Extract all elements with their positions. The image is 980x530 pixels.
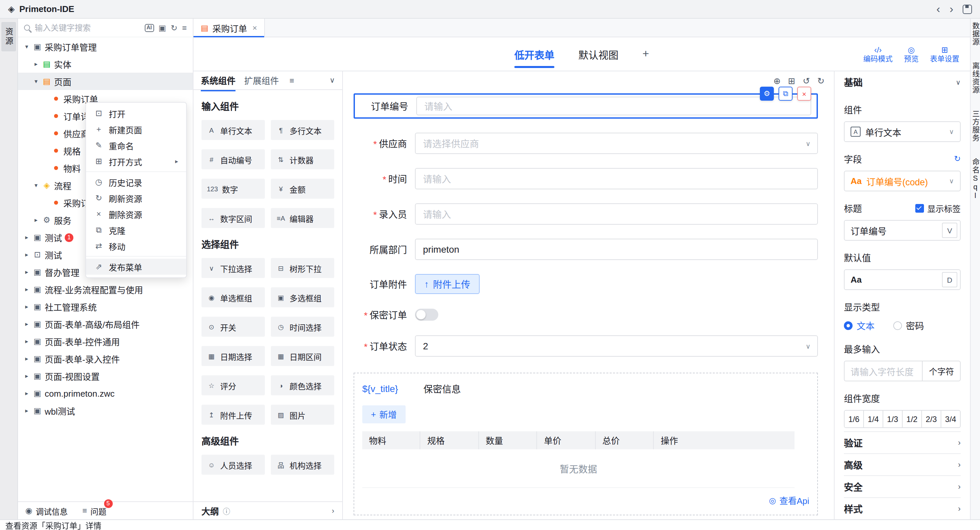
subform-tab-vtitle[interactable]: ${v_title} [362, 383, 398, 394]
caption-variable-button[interactable]: V [942, 223, 957, 238]
form-field-row[interactable]: *录入员请输入 [353, 203, 818, 225]
settings-gear-button[interactable]: ⚙ [760, 87, 774, 101]
context-menu-item[interactable]: ◷历史记录 [86, 174, 186, 190]
tree-item[interactable]: ▸▣wbl测试 [18, 402, 193, 419]
refresh-icon[interactable]: ↻ [171, 24, 177, 32]
props-collapsed-section[interactable]: 安全› [844, 475, 961, 497]
text-input[interactable]: 请输入 [415, 203, 818, 225]
chevron-right-icon[interactable]: ▸ [31, 217, 41, 223]
outline-bar[interactable]: 大纲 ⓘ › [194, 501, 342, 519]
nav-back-icon[interactable]: ‹ [936, 4, 940, 14]
debug-info-button[interactable]: ◉ 调试信息 [25, 505, 68, 516]
context-menu-item[interactable]: ⇗发布菜单 [86, 259, 186, 275]
palette-item[interactable]: ▦日期区间 [271, 346, 334, 366]
props-collapsed-section[interactable]: 验证› [844, 431, 961, 453]
form-field-row[interactable]: 订单编号请输入⚙⧉× [353, 93, 818, 119]
select-input[interactable]: 请选择供应商∨ [415, 133, 818, 154]
palette-item[interactable]: A单行文本 [202, 120, 265, 140]
palette-collapse-icon[interactable]: ∨ [329, 76, 335, 85]
tree-item[interactable]: ▸▣页面-表单-录入控件 [18, 350, 193, 367]
tree-item[interactable]: ▾▤页面 [18, 73, 193, 90]
palette-item[interactable]: ⇅计数器 [271, 149, 334, 169]
context-menu-item[interactable]: ×删除资源 [86, 206, 186, 222]
chevron-right-icon[interactable]: ▸ [22, 251, 31, 258]
max-length-input[interactable]: 请输入字符长度 [844, 361, 922, 381]
upload-button[interactable]: ↑附件上传 [415, 274, 480, 294]
tree-item[interactable]: ▾▣采购订单管理 [18, 38, 193, 56]
display-type-radio[interactable]: 文本 [844, 319, 875, 332]
search-input[interactable] [35, 23, 140, 32]
text-input[interactable]: primeton [415, 239, 818, 260]
width-option[interactable]: 3/4 [941, 410, 961, 428]
view-tab[interactable]: 低开表单 [514, 47, 554, 61]
sync-field-icon[interactable]: ↻ [954, 154, 961, 163]
default-value-input[interactable]: Aa D [844, 269, 961, 290]
properties-header[interactable]: 基础 ∨ [844, 71, 961, 93]
palette-item[interactable]: ▨图片 [271, 405, 334, 425]
palette-item[interactable]: ∨下拉选择 [202, 258, 265, 278]
chevron-down-icon[interactable]: ▾ [22, 43, 31, 50]
right-rail-tab[interactable]: 命名Sql [970, 158, 980, 200]
context-menu-item[interactable]: +新建页面 [86, 121, 186, 137]
package-filter-icon[interactable]: ▣ [158, 24, 166, 32]
chevron-right-icon[interactable]: ▸ [22, 234, 31, 241]
form-field-row[interactable]: 所属部门primeton [353, 239, 818, 260]
form-field-row[interactable]: *供应商请选择供应商∨ [353, 133, 818, 154]
tree-item[interactable]: ▸▣页面-表单-高级/布局组件 [18, 315, 193, 333]
text-input[interactable]: 请输入 [416, 97, 811, 115]
width-option[interactable]: 1/6 [844, 410, 864, 428]
palette-item[interactable]: ⊙开关 [202, 317, 265, 336]
palette-item[interactable]: ◑颜色选择 [271, 375, 334, 395]
context-menu-item[interactable]: ✎重命名 [86, 137, 186, 153]
chevron-right-icon[interactable]: ▸ [22, 321, 31, 327]
palette-item[interactable]: ◉单选框组 [202, 287, 265, 307]
form-field-row[interactable]: *时间请输入 [353, 168, 818, 189]
collapse-all-icon[interactable]: ≡ [182, 24, 187, 32]
right-rail-tab[interactable]: 数据源 [970, 22, 980, 46]
palette-item[interactable]: ☺人员选择 [202, 455, 265, 474]
chevron-down-icon[interactable]: ▾ [31, 78, 41, 85]
palette-item[interactable]: ☆评分 [202, 375, 265, 395]
action-code-mode[interactable]: ‹/›编码模式 [863, 45, 892, 63]
chevron-right-icon[interactable]: ▸ [22, 269, 31, 275]
chevron-right-icon[interactable]: ▸ [22, 390, 31, 397]
right-rail-tab[interactable]: 离线资源 [970, 62, 980, 94]
chevron-right-icon[interactable]: ▸ [31, 61, 41, 67]
text-input[interactable]: 请输入 [415, 168, 818, 189]
width-option[interactable]: 1/2 [903, 410, 922, 428]
props-collapsed-section[interactable]: 高级› [844, 453, 961, 475]
context-menu-item[interactable]: ⊡打开 [86, 105, 186, 121]
palette-item[interactable]: ◷时间选择 [271, 317, 334, 336]
caption-input[interactable]: 订单编号 V [844, 220, 961, 241]
context-menu-item[interactable]: ⇄移动 [86, 238, 186, 254]
context-menu-item[interactable]: ↻刷新资源 [86, 190, 186, 206]
palette-item[interactable]: ▣多选框组 [271, 287, 334, 307]
add-row-button[interactable]: + 新增 [362, 405, 405, 423]
palette-item[interactable]: ↔数字区间 [202, 208, 265, 228]
globe-icon[interactable]: ⊕ [773, 76, 781, 86]
tree-item[interactable]: ▸▣com.primeton.zwc [18, 385, 193, 402]
tree-item[interactable]: ▸▣页面-视图设置 [18, 367, 193, 385]
form-field-row[interactable]: *保密订单 [353, 308, 818, 321]
show-label-checkbox[interactable]: 显示标签 [915, 202, 961, 214]
palette-item[interactable]: ⊟树形下拉 [271, 258, 334, 278]
action-form-settings[interactable]: ⊞表单设置 [930, 45, 959, 63]
palette-item[interactable]: ≡A编辑器 [271, 208, 334, 228]
copy-button[interactable]: ⧉ [778, 87, 792, 101]
chevron-right-icon[interactable]: ▸ [22, 407, 31, 414]
view-tab[interactable]: 默认视图 [578, 47, 619, 61]
palette-item[interactable]: 品机构选择 [271, 455, 334, 474]
palette-item[interactable]: ▦日期选择 [202, 346, 265, 366]
problems-button[interactable]: ≡ 问题 5 [83, 505, 107, 516]
undo-icon[interactable]: ↺ [803, 76, 810, 86]
ai-search-icon[interactable]: AI [145, 24, 154, 32]
toggle-switch[interactable] [415, 309, 438, 321]
tree-item[interactable]: ▸▤实体 [18, 56, 193, 73]
context-menu-item[interactable]: ⊞打开方式▸ [86, 153, 186, 169]
tab-close-icon[interactable]: × [253, 23, 257, 33]
palette-item[interactable]: 123数字 [202, 179, 265, 199]
palette-item[interactable]: #自动编号 [202, 149, 265, 169]
chevron-right-icon[interactable]: ▸ [22, 338, 31, 345]
palette-item[interactable]: ↥附件上传 [202, 405, 265, 425]
width-option[interactable]: 1/4 [864, 410, 883, 428]
